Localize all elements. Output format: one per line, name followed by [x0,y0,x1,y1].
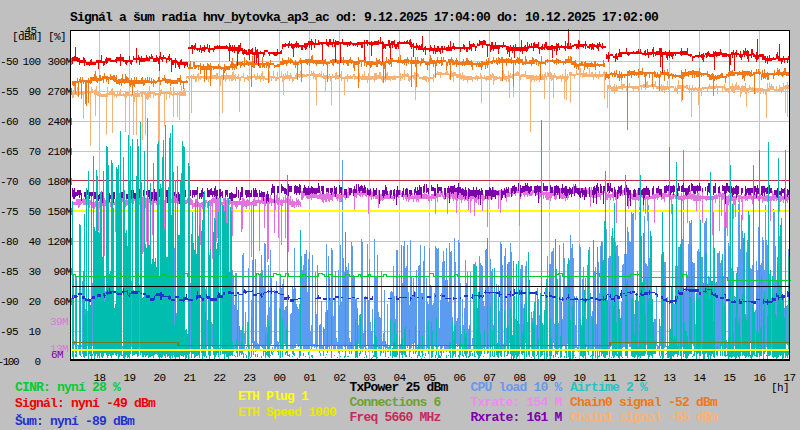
svg-text:40: 40 [28,236,40,248]
svg-text:Freq 5660 MHz: Freq 5660 MHz [350,410,441,425]
svg-text:20: 20 [28,296,40,308]
svg-text:CPU load 10 %: CPU load 10 % [471,380,563,395]
svg-text:-70: -70 [0,176,18,188]
svg-text:Rxrate: 161 M: Rxrate: 161 M [471,410,563,425]
svg-text:30: 30 [28,266,40,278]
svg-text:06: 06 [453,372,465,384]
svg-text:150M: 150M [47,206,71,218]
svg-text:-65: -65 [0,146,18,158]
svg-text:19: 19 [123,372,135,384]
svg-text:60: 60 [28,176,40,188]
svg-text:180M: 180M [47,176,71,188]
svg-text:CINR: nyní 28 %: CINR: nyní 28 % [15,380,121,395]
svg-text:[h]: [h] [771,382,789,394]
svg-text:270M: 270M [47,86,71,98]
svg-text:-60: -60 [0,116,18,128]
svg-text:22: 22 [213,372,225,384]
svg-text:90M: 90M [53,266,71,278]
svg-text:210M: 210M [47,146,71,158]
svg-text:01: 01 [303,372,316,384]
svg-text:-100: -100 [0,356,19,368]
svg-text:-95: -95 [0,326,18,338]
svg-text:00: 00 [273,372,285,384]
svg-text:16: 16 [753,372,765,384]
svg-text:39M: 39M [50,316,68,328]
svg-text:02: 02 [333,372,345,384]
svg-text:15: 15 [723,372,735,384]
svg-text:21: 21 [183,372,196,384]
svg-text:ETH Speed 1000: ETH Speed 1000 [238,405,337,420]
svg-text:50: 50 [28,206,40,218]
svg-text:Signál: nyní -49 dBm: Signál: nyní -49 dBm [15,396,156,411]
svg-text:-75: -75 [0,206,18,218]
svg-text:80: 80 [28,116,40,128]
svg-text:70: 70 [28,146,40,158]
svg-text:Txrate: 154 M: Txrate: 154 M [471,395,563,410]
svg-text:-45: -45 [18,25,36,37]
svg-text:300M: 300M [47,56,71,68]
svg-text:Airtime 2 %: Airtime 2 % [570,380,648,395]
svg-text:120M: 120M [47,236,71,248]
svg-text:-85: -85 [0,266,18,278]
svg-text:-55: -55 [0,86,18,98]
svg-text:ETH Plug 1: ETH Plug 1 [238,389,309,404]
svg-text:20: 20 [153,372,165,384]
svg-text:10: 10 [28,326,40,338]
svg-text:6M: 6M [51,349,63,361]
svg-text:-50: -50 [0,56,18,68]
svg-text:-90: -90 [0,296,18,308]
svg-text:90: 90 [28,86,40,98]
svg-text:Chain1 signal -55 dBm: Chain1 signal -55 dBm [570,410,718,425]
svg-text:14: 14 [693,372,706,384]
svg-text:23: 23 [243,372,255,384]
svg-text:Chain0 signal -52 dBm: Chain0 signal -52 dBm [570,395,718,410]
svg-text:-80: -80 [0,236,18,248]
svg-text:TxPower 25 dBm: TxPower 25 dBm [350,380,449,395]
svg-text:60M: 60M [53,296,71,308]
svg-text:Šum: nyní -89 dBm: Šum: nyní -89 dBm [15,414,135,429]
svg-text:240M: 240M [47,116,71,128]
svg-text:Signál a šum radia hnv_bytovka: Signál a šum radia hnv_bytovka_ap3_ac od… [70,10,659,25]
svg-text:Connections 6: Connections 6 [350,395,442,410]
svg-text:100: 100 [22,56,40,68]
svg-text:0: 0 [34,356,40,368]
svg-text:13: 13 [663,372,675,384]
